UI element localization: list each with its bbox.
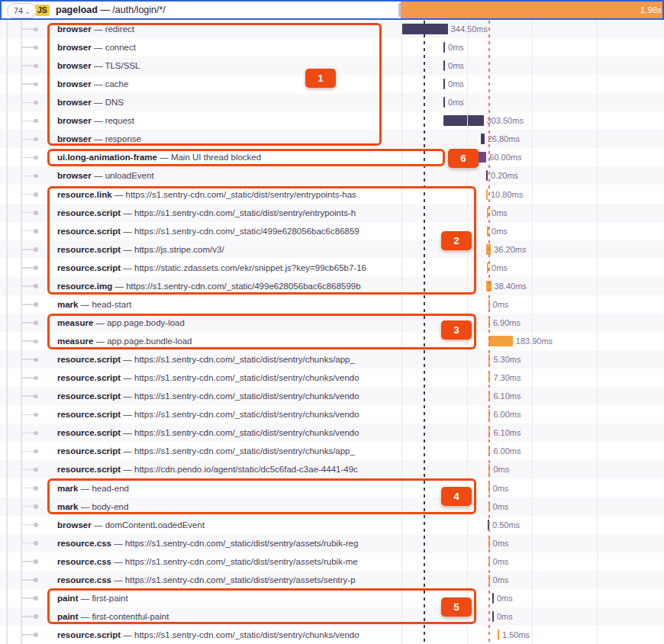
separator: — [111, 539, 125, 548]
span-row-resource.script[interactable]: resource.script — https://s1.sentry-cdn.… [0, 350, 664, 369]
tree-node-dot-icon [34, 559, 38, 564]
span-duration-bar[interactable] [498, 630, 499, 640]
span-op: resource.script [57, 410, 121, 419]
span-duration-label: 36.20ms [494, 240, 526, 259]
span-row-resource.script[interactable]: resource.script — https://s1.sentry-cdn.… [0, 442, 664, 460]
span-description: https://s1.sentry-cdn.com/_static/dist/s… [134, 630, 359, 639]
annotation-box-4 [47, 478, 476, 514]
span-op: mark [57, 300, 79, 309]
span-row-resource.css[interactable]: resource.css — https://s1.sentry-cdn.com… [0, 552, 664, 571]
tree-connector [21, 157, 34, 159]
span-op: browser [57, 520, 92, 530]
tree-connector [21, 597, 34, 599]
span-duration-bar[interactable] [443, 60, 445, 71]
tree-connector [21, 634, 34, 636]
span-row-mark[interactable]: mark — head-start0ms [0, 295, 664, 314]
span-duration-label: 5.30ms [493, 350, 521, 369]
separator: — [121, 373, 134, 382]
tree-connector [21, 506, 34, 507]
tree-rail [21, 18, 22, 644]
span-row-resource.script[interactable]: resource.script — https://s1.sentry-cdn.… [0, 626, 664, 644]
span-description: https://s1.sentry-cdn.com/_static/dist/s… [134, 410, 359, 419]
tree-connector [21, 616, 34, 617]
span-duration-label: 0ms [497, 589, 513, 607]
span-duration-label: 60.00ms [489, 148, 521, 166]
span-duration-bar[interactable] [481, 134, 485, 144]
pageload-path: /auth/login/*/ [112, 5, 166, 15]
pageload-root-row[interactable]: 74⌄ JS pageload — /auth/login/*/ 1.98s [0, 0, 664, 20]
span-row-resource.script[interactable]: resource.script — https://s1.sentry-cdn.… [0, 387, 664, 405]
span-duration-label: 303.50ms [487, 111, 524, 130]
span-duration-bar[interactable] [486, 170, 488, 181]
span-row-resource.script[interactable]: resource.script — https://cdn.pendo.io/a… [0, 460, 664, 478]
tree-connector [21, 524, 34, 526]
tree-connector [21, 102, 34, 104]
span-name: resource.script — https://s1.sentry-cdn.… [57, 423, 397, 442]
span-description: https://s1.sentry-cdn.com/_static/dist/s… [125, 539, 359, 548]
tree-node-dot-icon [34, 320, 38, 325]
span-description: https://s1.sentry-cdn.com/_static/dist/s… [134, 355, 355, 364]
span-row-browser[interactable]: browser — domContentLoadedEvent0.50ms [0, 516, 664, 534]
tree-connector [21, 83, 34, 85]
span-duration-bar[interactable] [492, 593, 494, 604]
span-op: resource.script [57, 428, 121, 437]
span-duration-bar[interactable] [488, 336, 513, 346]
span-name: resource.script — https://s1.sentry-cdn.… [57, 350, 397, 369]
span-duration-bar[interactable] [492, 611, 494, 622]
span-duration-bar[interactable] [443, 79, 445, 89]
children-count-pill[interactable]: 74⌄ [7, 3, 37, 18]
annotation-box-5 [47, 588, 476, 624]
span-duration-label: 7.30ms [493, 369, 521, 387]
span-row-resource.css[interactable]: resource.css — https://s1.sentry-cdn.com… [0, 571, 664, 589]
tree-connector [21, 267, 34, 269]
span-description: unloadEvent [105, 171, 154, 180]
span-duration-label: 26.80ms [488, 130, 520, 148]
grid-line [597, 0, 598, 644]
span-name: resource.css — https://s1.sentry-cdn.com… [57, 552, 397, 571]
pageload-duration-bar[interactable]: 1.98s [401, 2, 662, 18]
tree-node-dot-icon [34, 413, 38, 417]
tree-node-dot-icon [34, 449, 38, 454]
span-row-browser[interactable]: browser — unloadEvent0.20ms [0, 166, 664, 185]
span-duration-bar[interactable] [479, 152, 486, 163]
tree-connector [21, 543, 34, 544]
separator: — [100, 5, 110, 15]
span-description: https://cdn.pendo.io/agent/static/dc5c6f… [134, 465, 358, 474]
span-duration-bar[interactable] [443, 97, 445, 108]
span-row-resource.script[interactable]: resource.script — https://s1.sentry-cdn.… [0, 369, 664, 387]
span-duration-bar[interactable] [486, 189, 488, 200]
span-row-resource.script[interactable]: resource.script — https://s1.sentry-cdn.… [0, 405, 664, 423]
chevron-down-icon: ⌄ [24, 8, 31, 15]
span-row-resource.script[interactable]: resource.script — https://s1.sentry-cdn.… [0, 423, 664, 442]
span-row-resource.css[interactable]: resource.css — https://s1.sentry-cdn.com… [0, 534, 664, 552]
trace-waterfall-view: browser — redirect344.50msbrowser — conn… [0, 0, 664, 644]
span-description: head-start [92, 300, 131, 309]
span-op: resource.script [57, 373, 121, 382]
tree-node-dot-icon [34, 82, 38, 87]
annotation-box-3 [47, 314, 476, 349]
span-duration-bar[interactable] [443, 42, 445, 53]
tree-node-dot-icon [34, 192, 38, 197]
annotation-badge-6: 6 [448, 149, 479, 168]
separator: — [121, 446, 134, 456]
tree-connector [21, 249, 34, 250]
tree-node-dot-icon [34, 284, 38, 288]
tree-node-dot-icon [34, 596, 38, 601]
annotation-badge-1: 1 [305, 69, 336, 88]
span-duration-bar[interactable] [443, 115, 484, 126]
span-duration-label: 0ms [493, 534, 509, 552]
children-count: 74 [14, 6, 23, 15]
annotation-badge-4: 4 [441, 487, 472, 506]
tree-connector [21, 194, 34, 195]
span-duration-label: 0ms [448, 38, 464, 56]
span-duration-bar[interactable] [402, 24, 448, 34]
span-op: resource.script [57, 355, 121, 364]
annotation-badge-2: 2 [441, 231, 472, 250]
annotation-badge-3: 3 [441, 320, 472, 340]
tree-connector [21, 175, 34, 177]
span-duration-label: 0ms [448, 93, 464, 111]
span-name: resource.script — https://s1.sentry-cdn.… [57, 405, 397, 423]
tree-connector [21, 304, 34, 305]
tree-node-dot-icon [34, 431, 38, 436]
span-op: resource.script [57, 465, 121, 474]
